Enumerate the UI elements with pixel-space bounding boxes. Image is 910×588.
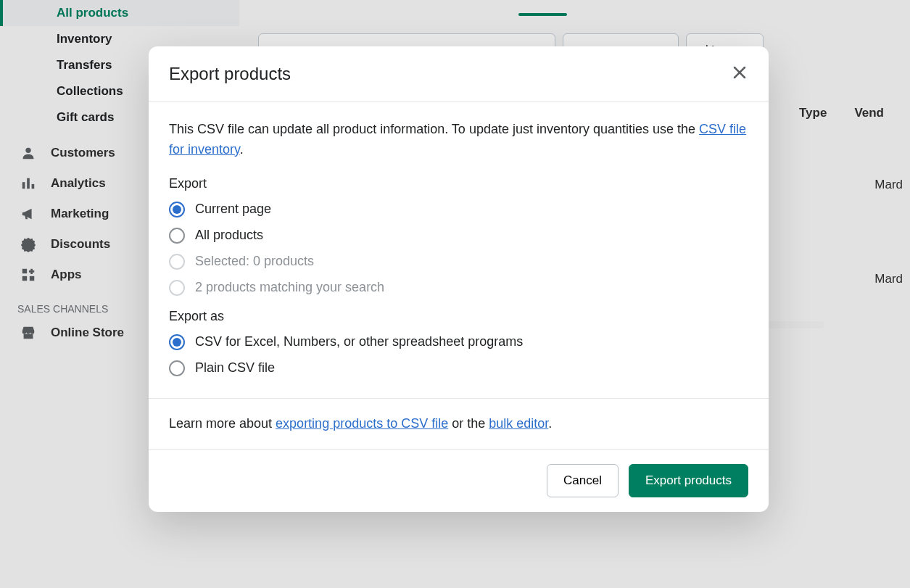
- radio-icon: [169, 202, 185, 218]
- export-option-all-products[interactable]: All products: [169, 228, 748, 244]
- radio-icon: [169, 254, 185, 270]
- modal-learn-more: Learn more about exporting products to C…: [149, 398, 769, 449]
- radio-icon: [169, 360, 185, 376]
- export-option-current-page[interactable]: Current page: [169, 202, 748, 218]
- close-icon: [731, 71, 748, 83]
- cancel-button[interactable]: Cancel: [547, 464, 619, 497]
- radio-icon: [169, 280, 185, 296]
- radio-icon: [169, 334, 185, 350]
- close-button[interactable]: [731, 64, 748, 84]
- modal-title: Export products: [169, 64, 291, 84]
- export-as-label: Export as: [169, 309, 748, 324]
- exporting-csv-link[interactable]: exporting products to CSV file: [276, 416, 448, 431]
- export-option-selected: Selected: 0 products: [169, 254, 748, 270]
- bulk-editor-link[interactable]: bulk editor: [489, 416, 548, 431]
- export-products-modal: Export products This CSV file can update…: [149, 46, 769, 512]
- export-as-option-excel[interactable]: CSV for Excel, Numbers, or other spreads…: [169, 334, 748, 350]
- export-option-matching-search: 2 products matching your search: [169, 280, 748, 296]
- modal-intro: This CSV file can update all product inf…: [169, 120, 748, 160]
- export-as-option-plain[interactable]: Plain CSV file: [169, 360, 748, 376]
- radio-icon: [169, 228, 185, 244]
- export-products-button[interactable]: Export products: [629, 464, 748, 497]
- export-scope-label: Export: [169, 176, 748, 191]
